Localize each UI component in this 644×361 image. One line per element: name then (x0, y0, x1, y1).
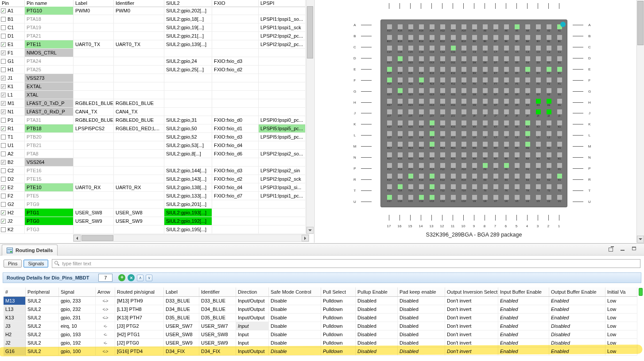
bga-pin-T15[interactable]: T15 (405, 183, 416, 194)
bga-pin-T12[interactable]: T12 (437, 183, 448, 194)
bga-pin-H3[interactable]: H3 (533, 97, 543, 108)
pin-checkbox[interactable] (1, 17, 6, 22)
bga-pin-G17[interactable]: G17 (384, 87, 395, 97)
pin-checkbox[interactable]: ✓ (1, 210, 6, 215)
pin-checkbox[interactable]: ✓ (1, 219, 6, 224)
hscroll-thumb[interactable] (81, 235, 113, 241)
pin-table-row[interactable]: ✓J2PTG0USER_SW9USER_SW9SIUL2:gpio,192[..… (0, 217, 306, 225)
pin-table-row[interactable]: ✓L1XTAL (0, 91, 306, 99)
bga-pin-A10[interactable]: A10 (458, 23, 469, 33)
bga-pin-F14[interactable]: F14 (416, 76, 427, 87)
bga-pin-H12[interactable]: H12 (437, 97, 448, 108)
bga-pin-M11[interactable]: M11 (448, 140, 458, 151)
bga-pin-K10[interactable]: K10 (458, 119, 469, 129)
pin-table-row[interactable]: D2PTE15SIUL2:gpio,143[...]FXIO:fxio_d2LP… (0, 175, 306, 183)
bga-pin-T6[interactable]: T6 (501, 183, 512, 194)
bga-pin-M10[interactable]: M10 (458, 140, 469, 151)
bga-pin-L6[interactable]: L6 (501, 129, 512, 140)
pin-table-row[interactable]: ✓A1PTG10PWM0PWM0SIUL2:gpio,202[...] (0, 7, 306, 15)
bga-pin-J13[interactable]: J13 (427, 108, 437, 119)
bga-pin-M9[interactable]: M9 (469, 140, 480, 151)
bga-pin-U16[interactable]: U16 (395, 194, 405, 204)
bga-pin-K6[interactable]: K6 (501, 119, 512, 129)
bga-pin-C9[interactable]: C9 (469, 44, 480, 54)
bga-pin-E13[interactable]: E13 (427, 65, 437, 76)
bga-pin-F9[interactable]: F9 (469, 76, 480, 87)
bga-pin-B6[interactable]: B6 (501, 33, 512, 44)
bga-pin-P15[interactable]: P15 (405, 162, 416, 172)
bga-pin-K13[interactable]: K13 (427, 119, 437, 129)
bga-pin-H6[interactable]: H6 (501, 97, 512, 108)
bga-pin-G2[interactable]: G2 (543, 87, 554, 97)
bga-pin-K16[interactable]: K16 (395, 119, 405, 129)
bga-pin-H7[interactable]: H7 (490, 97, 501, 108)
bga-pin-R11[interactable]: R11 (448, 172, 458, 183)
pin-checkbox[interactable]: ✓ (1, 101, 6, 106)
bga-pin-F12[interactable]: F12 (437, 76, 448, 87)
bga-pin-R6[interactable]: R6 (501, 172, 512, 183)
bga-pin-R15[interactable]: R15 (405, 172, 416, 183)
pin-checkbox[interactable]: ✓ (1, 76, 6, 81)
bga-pin-P10[interactable]: P10 (458, 162, 469, 172)
routing-row-J2[interactable]: J2SIUL2gpio, 192<-[J2] PTG0USER_SW9USER_… (4, 339, 637, 347)
bga-pin-B2[interactable]: B2 (543, 33, 554, 44)
bga-pin-G11[interactable]: G11 (448, 87, 458, 97)
pin-checkbox[interactable] (1, 25, 6, 30)
bga-pin-E10[interactable]: E10 (458, 65, 469, 76)
bga-pin-A7[interactable]: A7 (490, 23, 501, 33)
bga-pin-B1[interactable]: B1 (554, 33, 565, 44)
bga-pin-L9[interactable]: L9 (469, 129, 480, 140)
pin-checkbox[interactable] (1, 202, 6, 207)
bga-pin-F4[interactable]: F4 (522, 76, 533, 87)
bga-pin-K3[interactable]: K3 (533, 119, 543, 129)
pin-table-row[interactable]: G2PTG9SIUL2:gpio,201[...] (0, 200, 306, 209)
pin-checkbox[interactable]: ✓ (1, 50, 6, 55)
bga-pin-L7[interactable]: L7 (490, 129, 501, 140)
pin-checkbox[interactable] (1, 194, 6, 198)
pin-checkbox[interactable] (1, 168, 6, 173)
bga-pin-U12[interactable]: U12 (437, 194, 448, 204)
bga-pin-A11[interactable]: A11 (448, 23, 458, 33)
bga-pin-E8[interactable]: E8 (480, 65, 490, 76)
bga-package[interactable]: A17A16A15A14A13A12A11A10A9A8A7A6A5A4A3A2… (380, 19, 567, 207)
bga-pin-P5[interactable]: P5 (512, 162, 522, 172)
pin-table-row[interactable]: ✓F1NMOS_CTRL (0, 49, 306, 57)
bga-pin-H15[interactable]: H15 (405, 97, 416, 108)
bga-pin-D17[interactable]: D17 (384, 54, 395, 65)
bga-pin-H5[interactable]: H5 (512, 97, 522, 108)
bga-pin-R17[interactable]: R17 (384, 172, 395, 183)
bga-pin-C4[interactable]: C4 (522, 44, 533, 54)
scroll-left-button[interactable] (74, 235, 81, 241)
bga-pin-P14[interactable]: P14 (416, 162, 427, 172)
bga-pin-L1[interactable]: L1 (554, 129, 565, 140)
bga-pin-C15[interactable]: C15 (405, 44, 416, 54)
bga-pin-G12[interactable]: G12 (437, 87, 448, 97)
bga-pin-G1[interactable]: G1 (554, 87, 565, 97)
bga-pin-E17[interactable]: E17 (384, 65, 395, 76)
bga-pin-P16[interactable]: P16 (395, 162, 405, 172)
routing-count-field[interactable] (98, 274, 113, 282)
bga-pin-F8[interactable]: F8 (480, 76, 490, 87)
bga-pin-P1[interactable]: P1 (554, 162, 565, 172)
pin-table-row[interactable]: H1PTA25SIUL2:gpio,25[...]FXIO:fxio_d2 (0, 66, 306, 74)
pin-table-row[interactable]: ✓N1LFAST_0_RxD_PCAN4_TXCAN4_TX (0, 108, 306, 116)
bga-pin-P9[interactable]: P9 (469, 162, 480, 172)
bga-pin-J8[interactable]: J8 (480, 108, 490, 119)
bga-pin-U14[interactable]: U14 (416, 194, 427, 204)
bga-pin-K1[interactable]: K1 (554, 119, 565, 129)
bga-pin-J3[interactable]: J3 (533, 108, 543, 119)
bga-pin-R4[interactable]: R4 (522, 172, 533, 183)
routing-view-tab[interactable]: Routing Details (2, 245, 58, 256)
bga-pin-K2[interactable]: K2 (543, 119, 554, 129)
pin-checkbox[interactable]: ✓ (1, 93, 6, 97)
bga-pin-B11[interactable]: B11 (448, 33, 458, 44)
restore-icon[interactable] (608, 245, 615, 252)
bga-pin-E4[interactable]: E4 (522, 65, 533, 76)
maximize-icon[interactable] (631, 245, 638, 252)
bga-pin-N10[interactable]: N10 (458, 151, 469, 161)
bga-pin-M15[interactable]: M15 (405, 140, 416, 151)
bga-pin-C8[interactable]: C8 (480, 44, 490, 54)
bga-pin-M5[interactable]: M5 (512, 140, 522, 151)
bga-pin-B3[interactable]: B3 (533, 33, 543, 44)
bga-pin-A15[interactable]: A15 (405, 23, 416, 33)
